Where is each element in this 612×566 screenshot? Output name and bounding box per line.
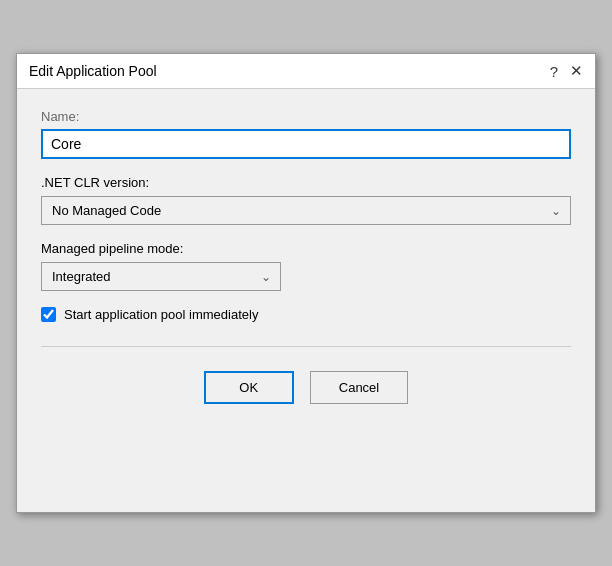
ok-button[interactable]: OK (204, 371, 294, 404)
start-immediately-label: Start application pool immediately (64, 307, 258, 322)
edit-application-pool-dialog: Edit Application Pool ? ✕ Name: .NET CLR… (16, 53, 596, 513)
cancel-button[interactable]: Cancel (310, 371, 408, 404)
clr-version-select[interactable]: No Managed Code v2.0 v4.0 (41, 196, 571, 225)
name-label: Name: (41, 109, 571, 124)
pipeline-mode-label: Managed pipeline mode: (41, 241, 571, 256)
button-row: OK Cancel (41, 363, 571, 416)
start-immediately-row: Start application pool immediately (41, 307, 571, 322)
start-immediately-checkbox[interactable] (41, 307, 56, 322)
dialog-body: Name: .NET CLR version: No Managed Code … (17, 89, 595, 432)
pipeline-mode-dropdown-wrapper: Integrated Classic ⌄ (41, 262, 281, 291)
name-input[interactable] (41, 129, 571, 159)
help-icon[interactable]: ? (550, 63, 558, 80)
divider (41, 346, 571, 347)
dialog-title: Edit Application Pool (29, 63, 157, 79)
title-bar: Edit Application Pool ? ✕ (17, 54, 595, 89)
pipeline-mode-select[interactable]: Integrated Classic (41, 262, 281, 291)
clr-version-label: .NET CLR version: (41, 175, 571, 190)
title-bar-actions: ? ✕ (550, 62, 583, 80)
close-icon[interactable]: ✕ (570, 62, 583, 80)
clr-version-dropdown-wrapper: No Managed Code v2.0 v4.0 ⌄ (41, 196, 571, 225)
